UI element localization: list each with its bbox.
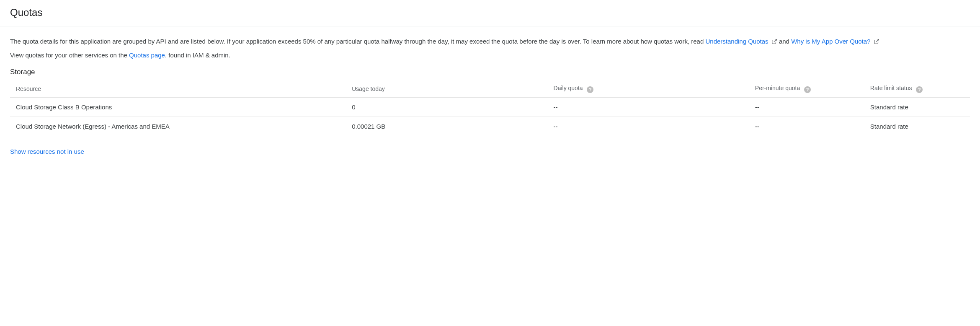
col-header-resource-text: Resource [16,85,41,92]
col-header-daily-text: Daily quota [554,85,583,91]
over-quota-link[interactable]: Why is My App Over Quota? [791,38,879,45]
show-resources-container: Show resources not in use [10,148,970,155]
table-header-row: Resource Usage today Daily quota ? Per-m… [10,80,970,98]
understanding-quotas-link[interactable]: Understanding Quotas [705,38,779,45]
cell-rate: Standard rate [864,116,970,136]
table-row: Cloud Storage Network (Egress) - America… [10,116,970,136]
cell-resource: Cloud Storage Class B Operations [10,97,346,116]
col-header-usage: Usage today [346,80,547,98]
external-link-icon [771,39,777,44]
svg-line-0 [774,39,776,42]
cell-usage: 0.00021 GB [346,116,547,136]
help-icon[interactable]: ? [587,86,593,93]
description-paragraph: The quota details for this application a… [10,36,970,46]
header-bar: Quotas [0,0,980,26]
help-icon[interactable]: ? [916,86,923,93]
section-title-storage: Storage [10,68,970,76]
understanding-quotas-link-text: Understanding Quotas [705,38,768,45]
description-text-2: and [779,38,791,45]
quota-table: Resource Usage today Daily quota ? Per-m… [10,80,970,136]
show-resources-link[interactable]: Show resources not in use [10,148,84,155]
cell-perminute: -- [749,97,864,116]
cell-usage: 0 [346,97,547,116]
over-quota-link-text: Why is My App Over Quota? [791,38,870,45]
col-header-daily: Daily quota ? [548,80,749,98]
table-body: Cloud Storage Class B Operations 0 -- --… [10,97,970,136]
help-icon[interactable]: ? [804,86,811,93]
cell-daily: -- [548,116,749,136]
description-secondary-suffix: , found in IAM & admin. [165,52,230,59]
col-header-rate: Rate limit status ? [864,80,970,98]
quotas-page-link[interactable]: Quotas page [129,52,165,59]
description-secondary-prefix: View quotas for your other services on t… [10,52,129,59]
quotas-page-link-text: Quotas page [129,52,165,59]
page-title: Quotas [10,7,970,18]
svg-line-1 [876,39,878,42]
table-row: Cloud Storage Class B Operations 0 -- --… [10,97,970,116]
cell-resource: Cloud Storage Network (Egress) - America… [10,116,346,136]
show-resources-link-text: Show resources not in use [10,148,84,155]
col-header-rate-text: Rate limit status [870,85,912,91]
cell-rate: Standard rate [864,97,970,116]
col-header-usage-text: Usage today [352,85,385,92]
cell-perminute: -- [749,116,864,136]
col-header-perminute: Per-minute quota ? [749,80,864,98]
content-area: The quota details for this application a… [0,26,980,155]
description-secondary: View quotas for your other services on t… [10,50,970,60]
cell-daily: -- [548,97,749,116]
col-header-perminute-text: Per-minute quota [755,85,800,91]
col-header-resource: Resource [10,80,346,98]
description-text-1: The quota details for this application a… [10,38,705,45]
external-link-icon [874,39,879,44]
